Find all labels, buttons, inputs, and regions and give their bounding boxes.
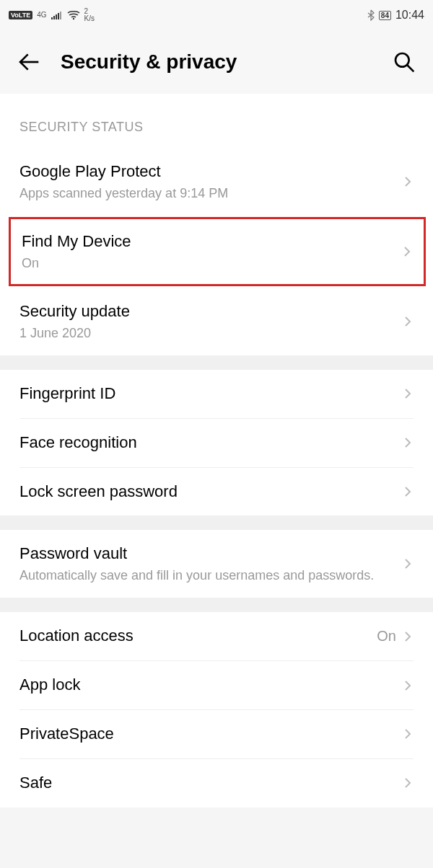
row-fingerprint-id[interactable]: Fingerprint ID bbox=[0, 370, 433, 418]
row-lock-screen-password[interactable]: Lock screen password bbox=[0, 468, 433, 516]
row-google-play-protect[interactable]: Google Play Protect Apps scanned yesterd… bbox=[0, 148, 433, 216]
svg-rect-1 bbox=[53, 16, 55, 19]
row-privatespace[interactable]: PrivateSpace bbox=[0, 710, 433, 758]
chevron-right-icon bbox=[402, 437, 414, 448]
section-header-security-status: SECURITY STATUS bbox=[0, 94, 433, 148]
wifi-icon bbox=[67, 10, 80, 20]
row-title: Find My Device bbox=[22, 231, 401, 253]
row-title: Fingerprint ID bbox=[19, 383, 402, 405]
status-bar: VoLTE 4G 2 K/s 84 10:44 bbox=[0, 0, 433, 30]
chevron-right-icon bbox=[402, 631, 414, 642]
bluetooth-icon bbox=[367, 9, 375, 21]
row-title: Safe bbox=[19, 772, 402, 794]
row-title: Face recognition bbox=[19, 432, 402, 454]
row-sub: Apps scanned yesterday at 9:14 PM bbox=[19, 185, 402, 203]
svg-line-8 bbox=[407, 65, 414, 71]
svg-rect-3 bbox=[58, 13, 59, 19]
battery-level: 84 bbox=[379, 11, 391, 20]
network-rate: 2 K/s bbox=[84, 8, 95, 22]
chevron-right-icon bbox=[402, 388, 414, 399]
search-icon[interactable] bbox=[393, 50, 416, 74]
chevron-right-icon bbox=[401, 246, 413, 257]
signal-label: 4G bbox=[37, 12, 46, 19]
row-title: Password vault bbox=[19, 543, 402, 565]
svg-rect-0 bbox=[51, 17, 53, 19]
status-right: 84 10:44 bbox=[367, 9, 424, 22]
chevron-right-icon bbox=[402, 486, 414, 497]
section-gap bbox=[0, 355, 433, 370]
chevron-right-icon bbox=[402, 316, 414, 327]
svg-point-7 bbox=[395, 53, 409, 67]
page-title: Security & privacy bbox=[61, 50, 372, 74]
highlight-find-my-device: Find My Device On bbox=[9, 217, 426, 286]
chevron-right-icon bbox=[402, 558, 414, 570]
row-app-lock[interactable]: App lock bbox=[0, 661, 433, 709]
row-find-my-device[interactable]: Find My Device On bbox=[11, 219, 424, 284]
row-sub: 1 June 2020 bbox=[19, 324, 402, 342]
row-title: Lock screen password bbox=[19, 481, 402, 503]
row-title: Security update bbox=[19, 301, 402, 323]
row-location-access[interactable]: Location access On bbox=[0, 612, 433, 660]
row-sub: Automatically save and fill in your user… bbox=[19, 567, 402, 585]
chevron-right-icon bbox=[402, 176, 414, 187]
row-safe[interactable]: Safe bbox=[0, 759, 433, 807]
app-bar: Security & privacy bbox=[0, 30, 433, 94]
section-gap bbox=[0, 598, 433, 612]
row-title: Google Play Protect bbox=[19, 161, 402, 183]
chevron-right-icon bbox=[402, 728, 414, 740]
row-security-update[interactable]: Security update 1 June 2020 bbox=[0, 288, 433, 355]
svg-rect-2 bbox=[56, 14, 57, 19]
status-left: VoLTE 4G 2 K/s bbox=[9, 8, 95, 22]
svg-point-5 bbox=[72, 18, 74, 19]
svg-rect-4 bbox=[60, 12, 61, 19]
content: SECURITY STATUS Google Play Protect Apps… bbox=[0, 94, 433, 807]
row-title: App lock bbox=[19, 674, 402, 696]
chevron-right-icon bbox=[402, 680, 414, 691]
chevron-right-icon bbox=[402, 777, 414, 789]
row-value: On bbox=[377, 628, 396, 645]
back-icon[interactable] bbox=[17, 50, 40, 74]
signal-bars-icon bbox=[51, 11, 63, 19]
row-password-vault[interactable]: Password vault Automatically save and fi… bbox=[0, 530, 433, 598]
section-gap bbox=[0, 515, 433, 530]
row-title: PrivateSpace bbox=[19, 723, 402, 745]
row-face-recognition[interactable]: Face recognition bbox=[0, 419, 433, 467]
clock: 10:44 bbox=[395, 9, 424, 22]
volte-badge: VoLTE bbox=[9, 11, 32, 19]
row-title: Location access bbox=[19, 625, 377, 647]
row-sub: On bbox=[22, 254, 401, 273]
